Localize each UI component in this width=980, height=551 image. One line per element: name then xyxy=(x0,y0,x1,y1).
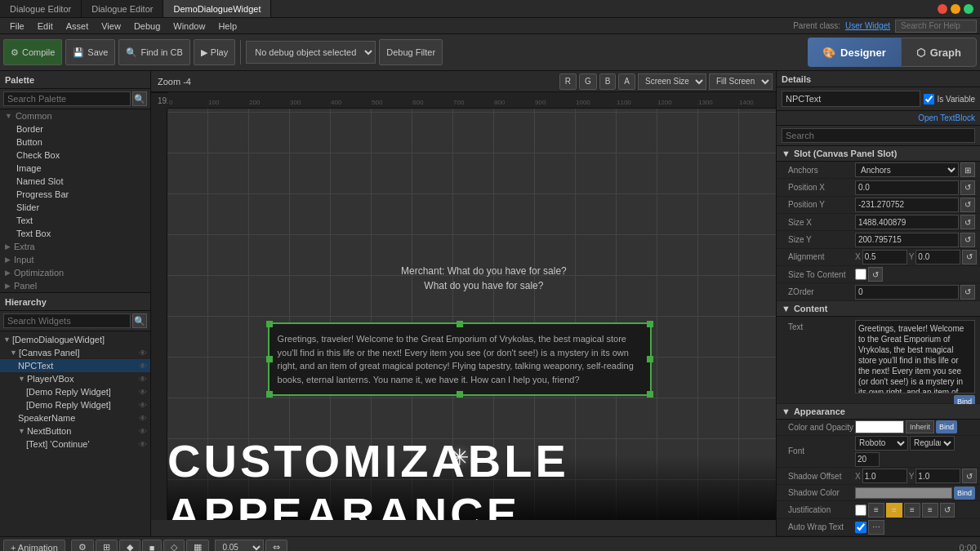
tree-item-npctext[interactable]: NPCText 👁 xyxy=(0,359,150,372)
appearance-section-header[interactable]: ▼ Appearance xyxy=(777,404,980,420)
close-btn[interactable] xyxy=(938,4,947,14)
shadow-color-bind-btn[interactable]: Bind xyxy=(954,487,975,500)
anim-ctrl-4[interactable]: ■ xyxy=(142,540,163,552)
content-section-header[interactable]: ▼ Content xyxy=(777,301,980,317)
position-y-reset-btn[interactable]: ↺ xyxy=(960,198,975,212)
font-size-input[interactable] xyxy=(855,452,880,467)
vt-btn-b[interactable]: B xyxy=(599,73,617,90)
palette-item-named-slot[interactable]: Named Slot xyxy=(0,175,150,188)
menu-file[interactable]: File xyxy=(3,18,31,33)
palette-item-progress-bar[interactable]: Progress Bar xyxy=(0,188,150,201)
palette-item-button[interactable]: Button xyxy=(0,136,150,149)
slot-section-header[interactable]: ▼ Slot (Canvas Panel Slot) xyxy=(777,146,980,162)
menu-view[interactable]: View xyxy=(95,18,127,33)
size-y-reset-btn[interactable]: ↺ xyxy=(960,233,975,247)
search-help-input[interactable] xyxy=(895,20,977,33)
anim-ctrl-2[interactable]: ⊞ xyxy=(96,540,118,552)
details-name-input[interactable] xyxy=(782,91,920,107)
zorder-input[interactable] xyxy=(855,285,959,300)
shadow-x-input[interactable] xyxy=(862,469,907,483)
alignment-reset-btn[interactable]: ↺ xyxy=(962,250,977,264)
palette-item-slider[interactable]: Slider xyxy=(0,201,150,214)
palette-cat-panel[interactable]: ▶ Panel xyxy=(0,279,150,292)
menu-help[interactable]: Help xyxy=(212,18,243,33)
details-search-input[interactable] xyxy=(782,128,975,143)
resize-handle-mr[interactable] xyxy=(647,356,653,362)
anchors-expand-btn[interactable]: ⊞ xyxy=(960,162,975,177)
title-tab-1[interactable]: Dialogue Editor xyxy=(0,0,82,17)
justification-reset-btn[interactable]: ↺ xyxy=(940,503,955,518)
anim-ctrl-6[interactable]: ▦ xyxy=(186,540,209,552)
size-x-input[interactable] xyxy=(855,215,959,229)
menu-debug[interactable]: Debug xyxy=(127,18,167,33)
justification-checkbox[interactable] xyxy=(855,504,866,516)
add-animation-button[interactable]: + Animation xyxy=(3,540,65,552)
designer-button[interactable]: 🎨 Designer xyxy=(808,38,901,67)
tree-item-continue[interactable]: [Text] 'Continue' 👁 xyxy=(0,438,150,451)
hierarchy-search-button[interactable]: 🔍 xyxy=(132,313,147,328)
auto-wrap-extra-btn[interactable]: ⋯ xyxy=(868,520,884,535)
anim-ctrl-1[interactable]: ⚙ xyxy=(71,540,94,552)
anim-fps-select[interactable]: 0.05 xyxy=(215,540,264,552)
zorder-reset-btn[interactable]: ↺ xyxy=(960,285,975,300)
save-button[interactable]: 💾 Save xyxy=(65,39,115,65)
title-tab-2[interactable]: Dialogue Editor xyxy=(82,0,163,17)
justify-right-btn[interactable]: ≡ xyxy=(904,503,920,518)
position-x-input[interactable] xyxy=(855,180,959,195)
palette-cat-extra[interactable]: ▶ Extra xyxy=(0,240,150,253)
palette-search-input[interactable] xyxy=(3,91,131,106)
palette-item-border[interactable]: Border xyxy=(0,122,150,136)
tree-item-reply1[interactable]: [Demo Reply Widget] 👁 xyxy=(0,385,150,398)
resize-handle-bm[interactable] xyxy=(457,391,463,398)
is-variable-checkbox[interactable] xyxy=(924,94,934,104)
resize-handle-ml[interactable] xyxy=(266,356,273,362)
title-tab-3[interactable]: DemoDialogueWidget xyxy=(163,0,271,17)
size-to-content-checkbox[interactable] xyxy=(855,269,866,280)
shadow-y-input[interactable] xyxy=(915,469,960,483)
tree-item-canvas[interactable]: ▼ [Canvas Panel] 👁 xyxy=(0,346,150,359)
tree-item-speakername[interactable]: SpeakerName 👁 xyxy=(0,411,150,424)
resize-handle-tm[interactable] xyxy=(457,321,463,327)
debug-object-select[interactable]: No debug object selected xyxy=(246,41,376,64)
menu-edit[interactable]: Edit xyxy=(31,18,60,33)
resize-handle-tr[interactable] xyxy=(647,321,653,327)
open-textblock-button[interactable]: Open TextBlock xyxy=(918,113,975,122)
vt-btn-g[interactable]: G xyxy=(579,73,597,90)
align-y-input[interactable] xyxy=(915,250,960,264)
size-x-reset-btn[interactable]: ↺ xyxy=(960,215,975,229)
tree-item-reply2[interactable]: [Demo Reply Widget] 👁 xyxy=(0,398,150,411)
hierarchy-search-input[interactable] xyxy=(3,313,131,328)
debug-filter-button[interactable]: Debug Filter xyxy=(379,39,443,65)
vt-btn-a[interactable]: A xyxy=(618,73,635,90)
maximize-btn[interactable] xyxy=(964,4,973,14)
color-swatch[interactable] xyxy=(855,420,904,433)
justify-center-btn[interactable]: ≡ xyxy=(886,503,902,518)
palette-item-image[interactable]: Image xyxy=(0,162,150,175)
anim-expand-btn[interactable]: ⇔ xyxy=(265,540,287,552)
dialogue-selected-box[interactable]: Greetings, traveler! Welcome to the Grea… xyxy=(268,322,652,396)
color-inherit-btn[interactable]: Inherit xyxy=(906,420,934,433)
vt-btn-r[interactable]: R xyxy=(559,73,577,90)
text-content-textarea[interactable]: Greetings, traveler! Welcome to the Grea… xyxy=(855,320,975,393)
resize-handle-bl[interactable] xyxy=(266,391,273,398)
size-y-input[interactable] xyxy=(855,233,959,247)
resize-handle-br[interactable] xyxy=(647,391,653,398)
menu-window[interactable]: Window xyxy=(167,18,212,33)
canvas-area[interactable]: Merchant: What do you have for sale? Wha… xyxy=(167,109,776,520)
tree-item-nextbutton[interactable]: ▼ NextButton 👁 xyxy=(0,424,150,438)
play-button[interactable]: ▶ Play xyxy=(194,39,235,65)
graph-button[interactable]: ⬡ Graph xyxy=(901,38,977,67)
font-style-select[interactable]: Regular xyxy=(910,436,955,451)
anim-ctrl-5[interactable]: ◇ xyxy=(163,540,185,552)
parent-class-value[interactable]: User Widget xyxy=(845,21,890,30)
palette-search-button[interactable]: 🔍 xyxy=(132,91,147,106)
auto-wrap-checkbox[interactable] xyxy=(855,522,866,533)
tree-item-root[interactable]: ▼ [DemoDialogueWidget] xyxy=(0,333,150,346)
palette-item-text[interactable]: Text xyxy=(0,214,150,227)
anim-ctrl-3[interactable]: ◆ xyxy=(119,540,140,552)
font-family-select[interactable]: Roboto xyxy=(855,436,908,451)
screen-size-select[interactable]: Screen Size xyxy=(638,73,706,90)
palette-cat-optimization[interactable]: ▶ Optimization xyxy=(0,266,150,279)
minimize-btn[interactable] xyxy=(951,4,960,14)
fill-screen-select[interactable]: Fill Screen xyxy=(709,73,773,90)
